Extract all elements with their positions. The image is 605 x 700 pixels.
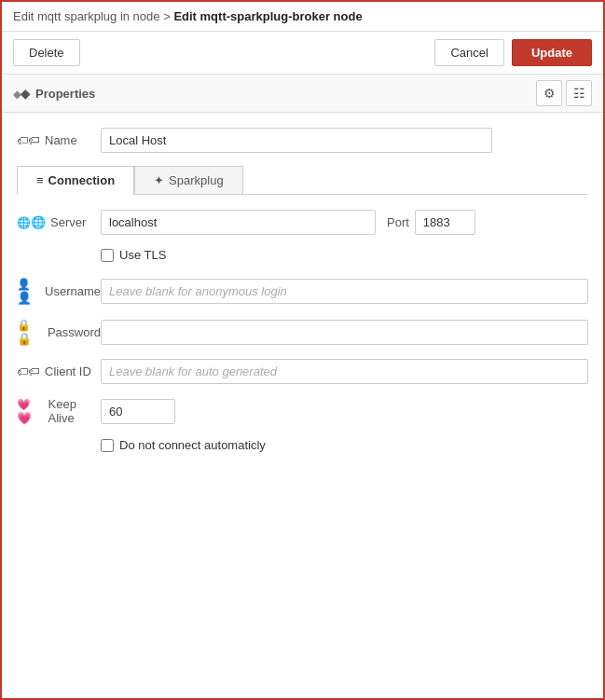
use-tls-label[interactable]: Use TLS xyxy=(119,248,166,262)
client-id-label: 🏷 Client ID xyxy=(17,364,101,378)
connection-tab-icon: ≡ xyxy=(36,173,44,187)
name-row: 🏷 Name xyxy=(17,128,588,153)
connection-tab-label: Connection xyxy=(48,173,116,187)
breadcrumb-separator: > xyxy=(163,9,173,23)
username-input[interactable] xyxy=(101,279,588,304)
password-row: 🔒 Password xyxy=(17,318,588,346)
name-icon: 🏷 xyxy=(17,133,40,147)
no-connect-label[interactable]: Do not connect automaticly xyxy=(119,438,266,452)
toolbar: Delete Cancel Update xyxy=(2,32,603,75)
server-input[interactable] xyxy=(101,210,376,235)
username-label: 👤 Username xyxy=(17,277,101,305)
client-id-input[interactable] xyxy=(101,359,588,384)
panel-header-left: ◆ Properties xyxy=(13,87,95,101)
no-connect-checkbox[interactable] xyxy=(101,439,114,452)
user-icon: 👤 xyxy=(17,277,40,305)
properties-icon: ◆ xyxy=(13,87,30,101)
name-label: 🏷 Name xyxy=(17,133,101,147)
doc-icon-button[interactable]: ☷ xyxy=(566,80,592,106)
client-id-row: 🏷 Client ID xyxy=(17,359,588,384)
server-icon: 🌐 xyxy=(17,215,46,229)
keep-alive-label: 💗 Keep Alive xyxy=(17,397,101,425)
tab-sparkplug[interactable]: ✦ Sparkplug xyxy=(134,166,243,194)
tab-connection[interactable]: ≡ Connection xyxy=(17,166,134,195)
client-icon: 🏷 xyxy=(17,364,40,378)
breadcrumb: Edit mqtt sparkplug in node > Edit mqtt-… xyxy=(2,2,603,32)
panel-header-icons: ⚙ ☷ xyxy=(536,80,592,106)
tabs-row: ≡ Connection ✦ Sparkplug xyxy=(17,166,588,195)
heart-icon: 💗 xyxy=(17,397,44,425)
breadcrumb-parent: Edit mqtt sparkplug in node xyxy=(13,9,160,23)
sparkplug-tab-icon: ✦ xyxy=(154,173,164,187)
keep-alive-row: 💗 Keep Alive xyxy=(17,397,588,425)
sparkplug-tab-label: Sparkplug xyxy=(169,173,224,187)
port-label: Port xyxy=(387,215,409,229)
password-input[interactable] xyxy=(101,320,588,345)
name-input[interactable] xyxy=(101,128,492,153)
form-body: 🏷 Name ≡ Connection ✦ Sparkplug 🌐 Server xyxy=(2,113,603,698)
keep-alive-input[interactable] xyxy=(101,399,175,424)
server-label: 🌐 Server xyxy=(17,215,101,229)
username-row: 👤 Username xyxy=(17,277,588,305)
toolbar-right: Cancel Update xyxy=(434,39,592,66)
panel-header: ◆ Properties ⚙ ☷ xyxy=(2,75,603,113)
cancel-button[interactable]: Cancel xyxy=(434,39,503,66)
password-label: 🔒 Password xyxy=(17,318,101,346)
gear-icon-button[interactable]: ⚙ xyxy=(536,80,562,106)
server-row: 🌐 Server Port xyxy=(17,210,588,235)
lock-icon: 🔒 xyxy=(17,318,43,346)
delete-button[interactable]: Delete xyxy=(13,39,80,66)
no-connect-row: Do not connect automaticly xyxy=(101,438,588,452)
breadcrumb-current: Edit mqtt-sparkplug-broker node xyxy=(173,9,362,23)
port-input[interactable] xyxy=(415,210,475,235)
main-window: Edit mqtt sparkplug in node > Edit mqtt-… xyxy=(0,0,605,700)
tls-row: Use TLS xyxy=(101,248,588,262)
use-tls-checkbox[interactable] xyxy=(101,249,114,262)
update-button[interactable]: Update xyxy=(512,39,592,66)
properties-label: Properties xyxy=(35,87,95,101)
